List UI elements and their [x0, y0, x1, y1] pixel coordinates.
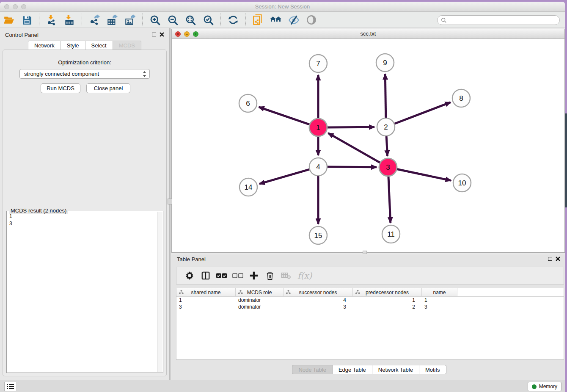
toolbar-separator: [39, 14, 39, 26]
node-table[interactable]: shared nameMCDS rolesuccessor nodesprede…: [176, 288, 564, 360]
node-label: 7: [316, 60, 320, 68]
toolbar-separator: [245, 14, 246, 26]
tab-edge-table[interactable]: Edge Table: [333, 365, 372, 374]
tab-node-table[interactable]: Node Table: [292, 365, 333, 374]
tab-network[interactable]: Network: [28, 41, 61, 50]
zoom-selected-icon[interactable]: [202, 14, 215, 26]
result-scrollbar[interactable]: [157, 212, 162, 372]
copy-network-icon[interactable]: [252, 14, 264, 26]
table-row[interactable]: 3dominator323: [176, 304, 564, 310]
splitter-handle[interactable]: [168, 199, 172, 204]
add-column-icon[interactable]: [248, 270, 259, 281]
node-label: 4: [316, 163, 320, 171]
search-icon: [441, 17, 447, 23]
table-cell[interactable]: 1: [353, 297, 422, 304]
task-list-button[interactable]: [4, 382, 17, 391]
tab-select[interactable]: Select: [85, 41, 113, 50]
main-toolbar: [0, 12, 565, 28]
node-label: 10: [458, 179, 466, 187]
edge-2-9[interactable]: [385, 74, 385, 119]
table-cell[interactable]: dominator: [236, 297, 284, 304]
zoom-fit-icon[interactable]: [184, 14, 197, 26]
column-header-successor-nodes[interactable]: successor nodes: [284, 288, 353, 296]
columns-icon[interactable]: [200, 270, 211, 281]
show-panel-eye-icon[interactable]: [305, 14, 318, 26]
mcds-result-box: MCDS result (2 nodes) 13: [6, 211, 163, 373]
criterion-dropdown[interactable]: strongly connected component: [19, 69, 150, 79]
network-splitter-handle[interactable]: [363, 251, 367, 254]
zoom-out-icon[interactable]: [166, 14, 179, 26]
table-cell[interactable]: 4: [284, 297, 353, 304]
control-panel: Control Panel NetworkStyleSelectMCDS Opt…: [0, 28, 169, 380]
edge-1-6[interactable]: [259, 107, 311, 125]
export-image-icon[interactable]: [124, 14, 136, 26]
home-icon[interactable]: [270, 14, 282, 26]
export-table-icon[interactable]: [106, 14, 118, 26]
deselect-all-checks-icon[interactable]: [232, 270, 243, 281]
table-panel-title: Table Panel: [177, 256, 206, 262]
edge-3-11[interactable]: [388, 175, 391, 223]
delete-table-icon: [281, 270, 292, 281]
import-table-icon[interactable]: [63, 14, 76, 26]
edge-3-1[interactable]: [328, 133, 381, 163]
float-table-panel-icon[interactable]: [548, 257, 552, 261]
run-mcds-button[interactable]: Run MCDS: [41, 83, 80, 93]
refresh-icon[interactable]: [227, 14, 239, 26]
edge-1-2[interactable]: [326, 127, 374, 127]
edge-2-8[interactable]: [394, 102, 451, 124]
application-window: Session: New Session: [0, 2, 565, 392]
settings-gear-icon[interactable]: [184, 270, 195, 281]
node-label: 3: [386, 163, 390, 171]
zoom-in-icon[interactable]: [149, 14, 161, 26]
network-window-titlebar[interactable]: ✕ − + scc.txt: [172, 29, 564, 39]
close-panel-icon[interactable]: [160, 32, 164, 37]
delete-column-icon[interactable]: [264, 270, 275, 281]
table-cell[interactable]: 3: [284, 304, 353, 310]
table-cell[interactable]: 1: [422, 297, 457, 304]
node-label: 14: [245, 183, 253, 191]
table-cell[interactable]: 2: [353, 304, 422, 310]
table-panel-tabs: Node TableEdge TableNetwork TableMotifs: [171, 365, 565, 374]
column-header-MCDS-role[interactable]: MCDS role: [236, 288, 284, 296]
table-cell[interactable]: 1: [176, 297, 236, 304]
close-panel-button[interactable]: Close panel: [86, 83, 130, 93]
memory-label: Memory: [539, 384, 557, 389]
toolbar-separator: [220, 14, 221, 26]
open-folder-icon[interactable]: [3, 14, 15, 26]
memory-button[interactable]: Memory: [528, 382, 561, 391]
table-cell[interactable]: 3: [176, 304, 236, 310]
edge-4-3[interactable]: [326, 167, 377, 167]
edge-2-3[interactable]: [386, 135, 388, 156]
control-panel-title: Control Panel: [5, 32, 39, 38]
edge-4-14[interactable]: [259, 169, 311, 184]
node-label: 9: [383, 59, 387, 67]
hide-panel-eye-slash-icon[interactable]: [287, 14, 300, 26]
table-row[interactable]: 1dominator411: [176, 297, 564, 304]
node-label: 2: [384, 123, 388, 131]
save-icon[interactable]: [20, 14, 33, 26]
close-table-panel-icon[interactable]: [556, 257, 560, 261]
import-network-icon[interactable]: [45, 14, 58, 26]
network-graph-canvas[interactable]: 1234678910111415: [172, 39, 564, 252]
function-builder-icon: f(x): [297, 271, 312, 281]
node-label: 15: [314, 232, 322, 240]
select-all-checks-icon[interactable]: [216, 270, 227, 281]
table-cell[interactable]: 3: [422, 304, 457, 310]
column-header-predecessor-nodes[interactable]: predecessor nodes: [353, 288, 422, 296]
dropdown-stepper-icon: [143, 71, 146, 77]
float-panel-icon[interactable]: [152, 33, 156, 36]
control-panel-tabs: NetworkStyleSelectMCDS: [0, 41, 169, 50]
tab-style[interactable]: Style: [61, 41, 85, 50]
edge-3-10[interactable]: [396, 169, 451, 180]
table-cell[interactable]: dominator: [236, 304, 284, 310]
toolbar-search-field[interactable]: [437, 15, 560, 25]
column-header-shared-name[interactable]: shared name: [176, 288, 236, 296]
column-header-name[interactable]: name: [422, 288, 457, 296]
tab-network-table[interactable]: Network Table: [372, 365, 419, 374]
tab-motifs[interactable]: Motifs: [419, 365, 446, 374]
export-network-icon[interactable]: [88, 14, 101, 26]
tab-mcds[interactable]: MCDS: [113, 41, 141, 50]
window-title: Session: New Session: [0, 3, 565, 10]
search-input[interactable]: [447, 17, 559, 24]
memory-status-icon: [532, 384, 537, 389]
